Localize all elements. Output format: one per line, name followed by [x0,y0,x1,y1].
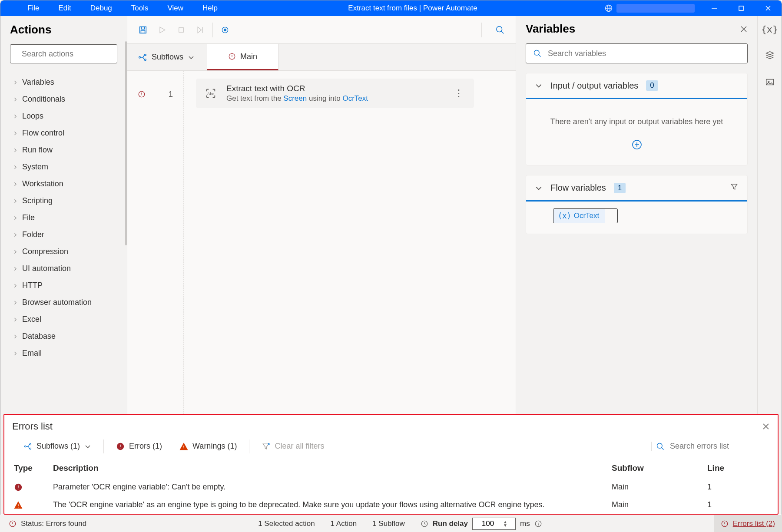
menu-file[interactable]: File [18,0,49,16]
io-empty-text: There aren't any input or output variabl… [537,117,737,126]
environment-picker[interactable] [598,4,701,13]
save-button[interactable] [133,20,152,40]
action-category[interactable]: Database [0,328,127,345]
error-icon [138,90,146,98]
error-row[interactable]: Parameter 'OCR engine variable': Can't b… [4,478,778,496]
menu-tools[interactable]: Tools [122,0,158,16]
variables-search-input[interactable] [548,49,740,58]
run-delay-label: Run delay [433,519,468,528]
action-category[interactable]: Email [0,345,127,362]
search-icon [656,442,665,451]
action-category[interactable]: System [0,159,127,175]
chevron-right-icon [13,215,18,221]
svg-rect-6 [141,30,145,33]
action-category[interactable]: Conditionals [0,91,127,108]
action-category[interactable]: HTTP [0,277,127,294]
selected-count: 1 Selected action [258,519,315,528]
svg-point-23 [30,448,31,449]
action-category[interactable]: Workstation [0,175,127,192]
chevron-down-icon [535,184,543,192]
variable-chip-ocrtext[interactable]: (x)OcrText [553,208,618,223]
info-icon[interactable] [534,520,542,528]
rail-image-icon[interactable] [765,77,775,89]
errors-search-input[interactable] [670,442,765,451]
menu-edit[interactable]: Edit [49,0,80,16]
record-button[interactable] [215,20,235,40]
errors-header: Errors list [12,421,53,432]
action-category[interactable]: File [0,209,127,226]
run-delay-input[interactable]: ▲▼ [472,518,516,530]
toolbar-search-button[interactable] [490,20,510,40]
svg-rect-7 [179,27,184,32]
close-icon[interactable] [762,423,770,430]
subflows-dropdown[interactable]: Subflows [127,44,207,70]
clear-filter-icon [262,442,270,451]
svg-rect-2 [739,6,743,10]
maximize-button[interactable] [728,0,755,16]
chevron-down-icon [84,443,91,450]
action-category[interactable]: Scripting [0,192,127,209]
chevron-right-icon [13,131,18,136]
svg-point-21 [25,446,26,447]
menu-bar: File Edit Debug Tools View Help [0,0,227,16]
stop-button[interactable] [172,20,191,40]
close-button[interactable] [755,0,782,16]
close-icon[interactable] [740,25,748,33]
errors-errors-filter[interactable]: Errors (1) [107,437,171,455]
error-badge-icon [14,483,23,492]
svg-point-22 [30,443,31,445]
chevron-right-icon [13,249,18,254]
actions-search[interactable] [10,44,117,63]
flow-icon [138,53,147,62]
action-category[interactable]: Run flow [0,142,127,159]
io-variables-header[interactable]: Input / output variables 0 [526,73,747,99]
chevron-right-icon [13,80,18,85]
action-category[interactable]: UI automation [0,260,127,277]
action-category[interactable]: Flow control [0,125,127,142]
clear-filters-button[interactable]: Clear all filters [253,437,333,455]
rail-layers-icon[interactable] [765,50,775,62]
menu-debug[interactable]: Debug [81,0,122,16]
action-category[interactable]: Loops [0,108,127,125]
action-category[interactable]: Compression [0,243,127,260]
chevron-right-icon [13,114,18,119]
action-card-ocr[interactable]: Abc Extract text with OCR Get text from … [196,79,474,108]
errors-subflows-filter[interactable]: Subflows (1) [15,437,100,455]
action-category[interactable]: Excel [0,311,127,328]
add-io-variable-button[interactable] [537,139,737,152]
status-text: Status: Errors found [21,519,86,528]
chevron-right-icon [13,317,18,322]
stepper-icon[interactable]: ▲▼ [503,520,507,527]
action-category[interactable]: Folder [0,226,127,243]
scrollbar[interactable] [125,41,127,245]
filter-button[interactable] [730,182,739,193]
svg-rect-5 [141,26,144,29]
tab-main[interactable]: Main [207,44,278,70]
variables-search[interactable] [526,43,748,63]
step-button[interactable] [191,20,210,40]
errors-warnings-filter[interactable]: Warnings (1) [171,437,245,455]
chevron-right-icon [13,351,18,356]
clock-icon [421,520,428,528]
card-title: Extract text with OCR [226,84,368,93]
error-icon [228,53,236,60]
svg-point-11 [139,56,141,58]
menu-view[interactable]: View [158,0,193,16]
action-category[interactable]: Variables [0,74,127,91]
run-button[interactable] [152,20,172,40]
menu-help[interactable]: Help [193,0,227,16]
errors-search[interactable] [651,442,770,451]
actions-search-input[interactable] [22,50,123,59]
errors-list-link[interactable]: Errors list (2) [714,515,782,532]
flow-variables-header[interactable]: Flow variables 1 [526,175,747,202]
chevron-right-icon [13,182,18,187]
chevron-right-icon [13,266,18,271]
error-row[interactable]: The 'OCR engine variable' as an engine t… [4,496,778,514]
action-category[interactable]: Browser automation [0,294,127,311]
minimize-button[interactable] [701,0,728,16]
rail-variables-icon[interactable]: {x} [761,24,779,35]
card-more-button[interactable]: ⋮ [451,88,466,99]
errors-columns: Type Description Subflow Line [4,458,778,478]
toolbar [127,16,516,44]
titlebar: File Edit Debug Tools View Help Extract … [0,0,782,16]
